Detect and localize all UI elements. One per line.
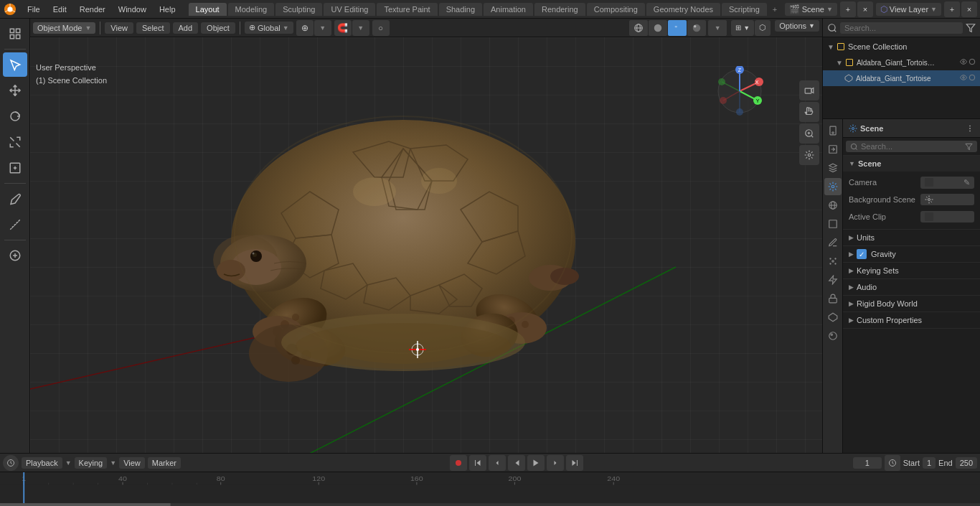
tab-uv-editing[interactable]: UV Editing	[324, 3, 375, 16]
camera-view-icon[interactable]	[799, 80, 819, 100]
world-props-icon[interactable]	[824, 197, 842, 214]
audio-header[interactable]: ▶ Audio	[843, 279, 980, 295]
scene-collection-item[interactable]: ▼ Scene Collection	[823, 39, 980, 55]
tab-modeling[interactable]: Modeling	[228, 3, 275, 16]
tab-rendering[interactable]: Rendering	[534, 3, 585, 16]
zoom-icon[interactable]	[799, 123, 819, 144]
view-layer-remove-btn[interactable]: ×	[961, 1, 977, 17]
camera-edit-icon[interactable]: ✎	[963, 178, 970, 187]
end-frame-input[interactable]: 250	[956, 457, 977, 469]
properties-filter-icon[interactable]	[965, 143, 973, 151]
physics-props-icon[interactable]	[824, 271, 842, 289]
bg-scene-value[interactable]	[920, 194, 974, 205]
hand-pan-icon[interactable]	[799, 102, 819, 122]
viewport[interactable]: Object Mode ▼ View Select Add Object ⊕ G…	[30, 19, 822, 453]
shading-options-btn[interactable]: ▼	[708, 20, 727, 36]
playback-dropdown-icon[interactable]: ▼	[65, 459, 72, 467]
active-clip-value[interactable]	[920, 211, 974, 222]
scene-remove-btn[interactable]: ×	[857, 1, 873, 17]
timeline-bar[interactable]: 1 40 80 120 160 200 240	[0, 472, 980, 506]
select-menu-btn[interactable]: Select	[136, 22, 170, 34]
modifier-props-icon[interactable]	[824, 234, 842, 251]
tortoise-object-visibility[interactable]	[960, 74, 967, 83]
camera-prop-value[interactable]: ✎	[920, 177, 974, 189]
object-mode-selector[interactable]: Object Mode ▼	[33, 22, 95, 34]
view-menu-btn[interactable]: View	[105, 22, 133, 34]
start-frame-input[interactable]: 1	[923, 457, 936, 469]
scale-tool-icon[interactable]	[3, 130, 27, 154]
marker-menu-btn[interactable]: Marker	[148, 457, 181, 469]
measure-tool-icon[interactable]	[3, 212, 27, 237]
mode-selector-icon[interactable]	[1, 22, 29, 46]
jump-start-btn[interactable]	[469, 455, 486, 471]
tab-animation[interactable]: Animation	[484, 3, 533, 16]
scene-section-header[interactable]: ▼ Scene	[843, 156, 980, 172]
tab-compositing[interactable]: Compositing	[587, 3, 645, 16]
annotate-tool-icon[interactable]	[3, 187, 27, 211]
scene-add-btn[interactable]: +	[840, 1, 856, 17]
view-menu-btn[interactable]: View	[119, 457, 145, 469]
viewport-canvas[interactable]: User Perspective (1) Scene Collection X	[30, 37, 822, 453]
keying-dropdown-icon[interactable]: ▼	[110, 459, 116, 467]
axes-widget[interactable]: X Y Z	[715, 66, 765, 116]
camera-settings-icon[interactable]	[799, 145, 819, 165]
data-props-icon[interactable]	[824, 309, 842, 326]
menu-file[interactable]: File	[22, 4, 46, 15]
custom-props-header[interactable]: ▶ Custom Properties	[843, 312, 980, 328]
view-layer-add-btn[interactable]: +	[944, 1, 960, 17]
transform-tool-icon[interactable]	[3, 156, 27, 180]
viewport-options-btn[interactable]: Options ▼	[775, 20, 819, 36]
tortoise-collection-render-toggle[interactable]	[969, 58, 976, 67]
play-reverse-btn[interactable]	[508, 455, 525, 471]
snap-btn[interactable]: 🧲	[334, 20, 352, 36]
playback-menu-btn[interactable]: Playback	[22, 457, 62, 469]
add-tool-icon[interactable]	[3, 243, 27, 268]
play-btn[interactable]	[527, 455, 545, 471]
snap-dropdown-btn[interactable]: ▼	[352, 20, 369, 36]
menu-render[interactable]: Render	[74, 4, 111, 15]
rendered-shading-btn[interactable]	[687, 20, 706, 36]
xray-toggle-btn[interactable]: ⬡	[755, 20, 771, 36]
rotate-tool-icon[interactable]	[3, 104, 27, 128]
add-workspace-tab[interactable]: +	[768, 4, 781, 15]
record-btn[interactable]	[450, 455, 467, 471]
frame-speed-icon[interactable]	[885, 455, 900, 471]
tortoise-object-render[interactable]	[969, 74, 976, 83]
outliner-filter-icon[interactable]	[966, 23, 976, 33]
units-section-header[interactable]: ▶ Units	[843, 230, 980, 245]
tab-scripting[interactable]: Scripting	[722, 3, 767, 16]
properties-options-icon[interactable]	[966, 124, 974, 133]
keying-menu-btn[interactable]: Keying	[75, 457, 108, 469]
menu-window[interactable]: Window	[113, 4, 152, 15]
object-menu-btn[interactable]: Object	[201, 22, 235, 34]
tab-texture-paint[interactable]: Texture Paint	[377, 3, 437, 16]
cursor-tool-icon[interactable]	[3, 52, 27, 77]
add-menu-btn[interactable]: Add	[173, 22, 199, 34]
proportional-edit-btn[interactable]: ○	[372, 20, 390, 36]
view-layer-selector[interactable]: ⬡ View Layer ▼	[876, 3, 941, 16]
wireframe-shading-btn[interactable]	[629, 20, 648, 36]
gravity-section-header[interactable]: ▶ ✓ Gravity	[843, 246, 980, 262]
view-layer-props-icon[interactable]	[824, 159, 842, 177]
material-shading-btn[interactable]	[668, 20, 687, 36]
menu-help[interactable]: Help	[154, 4, 182, 15]
tab-layout[interactable]: Layout	[189, 3, 227, 16]
tortoise-collection-item[interactable]: ▼ Aldabra_Giant_Tortoise_001	[823, 55, 980, 70]
pivot-dropdown-btn[interactable]: ▼	[314, 20, 331, 36]
next-keyframe-btn[interactable]	[547, 455, 564, 471]
keying-sets-header[interactable]: ▶ Keying Sets	[843, 263, 980, 278]
properties-search-input[interactable]	[858, 142, 965, 151]
tab-geometry-nodes[interactable]: Geometry Nodes	[646, 3, 720, 16]
tab-shading[interactable]: Shading	[439, 3, 482, 16]
output-props-icon[interactable]	[824, 141, 842, 158]
tortoise-object-item[interactable]: Aldabra_Giant_Tortoise	[823, 70, 980, 86]
move-tool-icon[interactable]	[3, 78, 27, 103]
solid-shading-btn[interactable]	[649, 20, 667, 36]
current-frame-input[interactable]: 1	[853, 457, 882, 469]
viewport-overlays-btn[interactable]: ⊞ ▼	[731, 20, 754, 36]
object-props-icon[interactable]	[824, 215, 842, 233]
particles-props-icon[interactable]	[824, 253, 842, 270]
timeline-clock-icon[interactable]	[3, 455, 19, 471]
menu-edit[interactable]: Edit	[47, 4, 72, 15]
tortoise-collection-visibility[interactable]	[960, 58, 967, 67]
